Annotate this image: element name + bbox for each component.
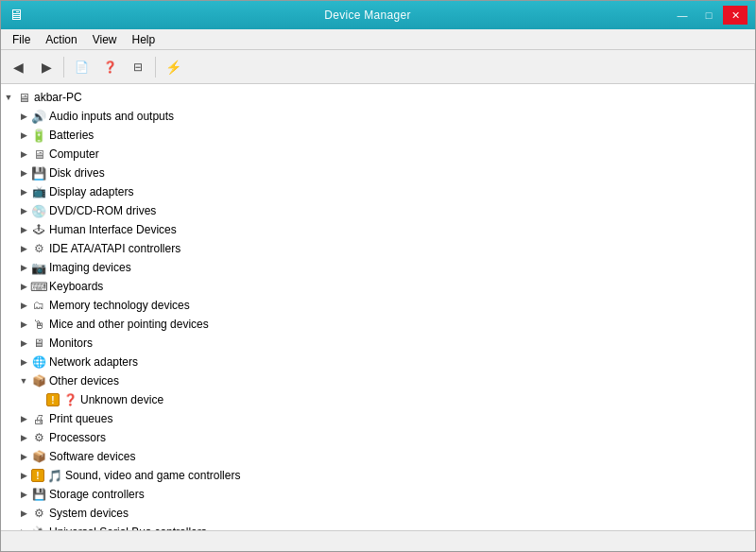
uninstall-button[interactable]: ⊟	[125, 54, 151, 80]
keyboard-icon: ⌨	[31, 279, 46, 294]
update-driver-button[interactable]: ❓	[96, 54, 123, 80]
batteries-icon: 🔋	[31, 128, 46, 143]
unknown-label: Unknown device	[80, 393, 163, 406]
tree-item-system[interactable]: ▶ ⚙ System devices	[1, 504, 754, 523]
computer-expander[interactable]: ▶	[16, 147, 31, 162]
scan-button[interactable]: ⚡	[160, 54, 186, 80]
storage-label: Storage controllers	[49, 488, 145, 501]
other-expander[interactable]: ▼	[16, 373, 31, 388]
monitors-label: Monitors	[49, 336, 93, 350]
disk-icon: 💾	[31, 165, 46, 181]
print-expander[interactable]: ▶	[16, 411, 31, 426]
tree-item-ide[interactable]: ▶ ⚙ IDE ATA/ATAPI controllers	[1, 239, 754, 258]
other-icon: 📦	[31, 373, 46, 388]
menu-bar: File Action View Help	[1, 29, 755, 50]
imaging-expander[interactable]: ▶	[16, 260, 31, 275]
monitors-icon: 🖥	[31, 336, 46, 351]
tree-item-audio[interactable]: ▶ 🔊 Audio inputs and outputs	[1, 107, 754, 126]
system-expander[interactable]: ▶	[16, 506, 31, 521]
ide-expander[interactable]: ▶	[16, 241, 31, 256]
menu-view[interactable]: View	[85, 31, 125, 48]
computer-label: Computer	[49, 147, 99, 161]
toolbar: ◀ ▶ 📄 ❓ ⊟ ⚡	[1, 50, 755, 84]
dvd-label: DVD/CD-ROM drives	[49, 204, 156, 217]
minimize-button[interactable]: —	[670, 6, 695, 25]
software-label: Software devices	[49, 450, 135, 463]
audio-icon: 🔊	[31, 109, 46, 124]
tree-item-imaging[interactable]: ▶ 📷 Imaging devices	[1, 258, 754, 277]
dvd-expander[interactable]: ▶	[16, 203, 31, 218]
ide-label: IDE ATA/ATAPI controllers	[49, 242, 180, 255]
mice-expander[interactable]: ▶	[16, 317, 31, 332]
hid-label: Human Interface Devices	[49, 223, 177, 236]
hid-icon: 🕹	[31, 222, 46, 237]
network-expander[interactable]: ▶	[16, 354, 31, 370]
tree-item-monitors[interactable]: ▶ 🖥 Monitors	[1, 334, 754, 353]
tree-root[interactable]: ▼ 🖥 akbar-PC	[1, 88, 754, 107]
root-icon: 🖥	[16, 90, 31, 105]
hid-expander[interactable]: ▶	[16, 222, 31, 237]
forward-button[interactable]: ▶	[33, 54, 60, 80]
monitors-expander[interactable]: ▶	[16, 336, 31, 351]
display-expander[interactable]: ▶	[16, 184, 31, 199]
audio-expander[interactable]: ▶	[16, 109, 31, 124]
processors-icon: ⚙	[31, 430, 46, 445]
root-expander[interactable]: ▼	[1, 90, 16, 105]
tree-item-batteries[interactable]: ▶ 🔋 Batteries	[1, 126, 754, 145]
tree-item-hid[interactable]: ▶ 🕹 Human Interface Devices	[1, 220, 754, 239]
device-manager-window: 🖥 Device Manager — □ ✕ File Action View …	[0, 0, 756, 552]
menu-action[interactable]: Action	[38, 31, 84, 48]
tree-item-storage[interactable]: ▶ 💾 Storage controllers	[1, 485, 754, 504]
maximize-button[interactable]: □	[696, 6, 721, 25]
toolbar-separator-2	[155, 57, 156, 78]
tree-item-unknown[interactable]: ▶ ! ❓ Unknown device	[1, 390, 754, 409]
tree-item-display[interactable]: ▶ 📺 Display adapters	[1, 182, 754, 201]
system-label: System devices	[49, 507, 129, 520]
tree-item-print[interactable]: ▶ 🖨 Print queues	[1, 409, 754, 428]
menu-file[interactable]: File	[5, 31, 38, 48]
other-label: Other devices	[49, 374, 119, 388]
tree-item-keyboards[interactable]: ▶ ⌨ Keyboards	[1, 277, 754, 296]
device-tree[interactable]: ▼ 🖥 akbar-PC ▶ 🔊 Audio inputs and output…	[1, 84, 755, 530]
warning-badge-sound: !	[31, 469, 44, 482]
network-label: Network adapters	[49, 355, 138, 369]
sound-label: Sound, video and game controllers	[65, 469, 240, 482]
tree-item-network[interactable]: ▶ 🌐 Network adapters	[1, 353, 754, 371]
tree-item-other[interactable]: ▼ 📦 Other devices	[1, 371, 754, 390]
tree-item-disk[interactable]: ▶ 💾 Disk drives	[1, 164, 754, 182]
software-expander[interactable]: ▶	[16, 449, 31, 464]
keyboards-label: Keyboards	[49, 280, 103, 293]
sound-expander[interactable]: ▶	[16, 468, 31, 483]
audio-label: Audio inputs and outputs	[49, 110, 174, 123]
close-button[interactable]: ✕	[723, 6, 747, 25]
tree-item-dvd[interactable]: ▶ 💿 DVD/CD-ROM drives	[1, 201, 754, 220]
computer-icon: 🖥	[31, 147, 46, 162]
tree-item-computer[interactable]: ▶ 🖥 Computer	[1, 145, 754, 164]
disk-expander[interactable]: ▶	[16, 165, 31, 181]
menu-help[interactable]: Help	[125, 31, 163, 48]
batteries-expander[interactable]: ▶	[16, 128, 31, 143]
tree-item-software[interactable]: ▶ 📦 Software devices	[1, 447, 754, 466]
back-button[interactable]: ◀	[5, 54, 31, 80]
imaging-label: Imaging devices	[49, 261, 131, 274]
tree-item-sound[interactable]: ▶ ! 🎵 Sound, video and game controllers	[1, 466, 754, 485]
unknown-icon: ❓	[62, 392, 77, 407]
tree-item-usb[interactable]: ▶ 🔌 Universal Serial Bus controllers	[1, 523, 754, 530]
mice-label: Mice and other pointing devices	[49, 318, 209, 331]
imaging-icon: 📷	[31, 260, 46, 275]
print-label: Print queues	[49, 412, 112, 425]
window-controls: — □ ✕	[670, 6, 747, 25]
system-icon: ⚙	[31, 506, 46, 521]
tree-item-processors[interactable]: ▶ ⚙ Processors	[1, 428, 754, 447]
root-label: akbar-PC	[34, 91, 82, 104]
properties-button[interactable]: 📄	[68, 54, 94, 80]
memory-expander[interactable]: ▶	[16, 298, 31, 313]
tree-item-mice[interactable]: ▶ 🖱 Mice and other pointing devices	[1, 315, 754, 334]
storage-expander[interactable]: ▶	[16, 487, 31, 502]
print-icon: 🖨	[31, 411, 46, 426]
memory-icon: 🗂	[31, 298, 46, 313]
processors-expander[interactable]: ▶	[16, 430, 31, 445]
dvd-icon: 💿	[31, 203, 46, 218]
tree-item-memory[interactable]: ▶ 🗂 Memory technology devices	[1, 296, 754, 315]
mice-icon: 🖱	[31, 317, 46, 332]
